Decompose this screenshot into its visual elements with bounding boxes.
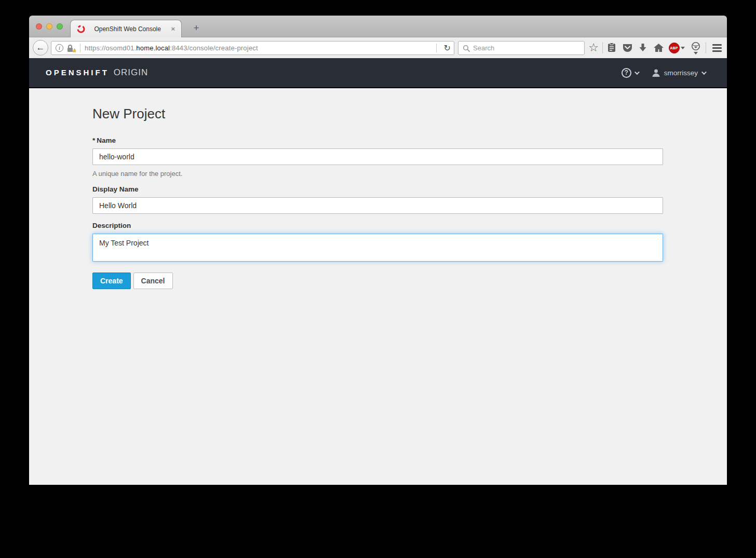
user-menu[interactable]: smorrissey xyxy=(652,69,705,77)
close-window-button[interactable] xyxy=(36,23,42,30)
cancel-button[interactable]: Cancel xyxy=(133,273,173,289)
home-icon[interactable] xyxy=(651,37,666,58)
user-icon xyxy=(652,69,660,77)
display-name-form-group: Display Name xyxy=(92,185,663,214)
adblock-plus-icon[interactable]: ABP xyxy=(666,37,687,58)
brand-logo: OPENSHIFT ORIGIN xyxy=(46,67,148,78)
form-actions: Create Cancel xyxy=(92,273,663,289)
toolbar-separator xyxy=(602,42,603,53)
required-marker: * xyxy=(92,137,95,144)
url-bar[interactable]: i https://osomd01.home.local:8443/consol… xyxy=(51,41,454,55)
create-button[interactable]: Create xyxy=(92,273,131,289)
brand-origin: ORIGIN xyxy=(114,67,148,78)
app-header: OPENSHIFT ORIGIN ? smorrissey xyxy=(29,58,727,88)
description-label: Description xyxy=(92,222,663,229)
page-body: New Project *Name A unique name for the … xyxy=(29,88,727,485)
user-chevron-icon xyxy=(701,70,707,75)
abp-caret-icon xyxy=(681,47,685,49)
name-label: *Name xyxy=(92,137,663,144)
name-help-text: A unique name for the project. xyxy=(92,170,663,178)
url-suffix: :8443/console/create-project xyxy=(170,44,258,52)
search-box[interactable] xyxy=(458,41,585,55)
toolbar-icons: ☆ xyxy=(586,37,727,58)
display-name-input[interactable] xyxy=(92,197,663,214)
display-name-label: Display Name xyxy=(92,185,663,193)
urlbar-divider xyxy=(80,44,80,52)
username: smorrissey xyxy=(664,69,698,77)
back-button[interactable]: ← xyxy=(33,40,48,56)
help-icon: ? xyxy=(622,68,631,78)
openshift-logo-icon xyxy=(77,25,85,33)
menu-hamburger-icon[interactable] xyxy=(707,37,727,58)
brand-openshift: OPENSHIFT xyxy=(46,68,109,77)
page-title: New Project xyxy=(92,106,663,122)
search-icon xyxy=(463,45,470,52)
url-domain: home.local xyxy=(136,44,170,52)
new-tab-button[interactable]: + xyxy=(189,21,204,35)
page-info-icon[interactable]: i xyxy=(56,44,63,52)
browser-window: OpenShift Web Console × + ← i https://os… xyxy=(29,16,727,516)
header-right: ? smorrissey xyxy=(622,68,705,78)
tab-title: OpenShift Web Console xyxy=(85,25,170,33)
insecure-lock-icon[interactable] xyxy=(66,44,76,52)
tab-openshift-web-console[interactable]: OpenShift Web Console × xyxy=(70,20,182,37)
search-input[interactable] xyxy=(473,44,580,52)
abp-badge: ABP xyxy=(669,43,680,53)
proxy-caret-icon xyxy=(694,52,698,55)
minimize-window-button[interactable] xyxy=(46,23,52,30)
reading-list-icon[interactable] xyxy=(604,37,619,58)
tab-close-icon[interactable]: × xyxy=(170,24,176,33)
reload-icon[interactable]: ↻ xyxy=(444,43,451,53)
toolbar-separator-2 xyxy=(706,42,706,53)
help-chevron-icon xyxy=(634,70,640,75)
navigation-toolbar: ← i https://osomd01.home.local:8443/cons… xyxy=(29,37,727,58)
download-icon[interactable] xyxy=(635,37,651,58)
window-controls xyxy=(36,23,63,30)
proxy-globe-icon[interactable] xyxy=(687,37,705,58)
urlbar-divider-right xyxy=(436,44,437,52)
bookmark-star-icon[interactable]: ☆ xyxy=(586,37,601,58)
name-form-group: *Name A unique name for the project. xyxy=(92,137,663,178)
pocket-icon[interactable] xyxy=(619,37,635,58)
help-menu[interactable]: ? xyxy=(622,68,638,78)
zoom-window-button[interactable] xyxy=(57,23,63,30)
url-text[interactable]: https://osomd01.home.local:8443/console/… xyxy=(85,44,432,52)
url-prefix: https://osomd01. xyxy=(85,44,136,52)
new-project-form: New Project *Name A unique name for the … xyxy=(92,106,663,289)
tab-bar: OpenShift Web Console × + xyxy=(29,16,727,37)
description-textarea[interactable]: My Test Project xyxy=(92,234,663,262)
name-input[interactable] xyxy=(92,148,663,165)
description-form-group: Description My Test Project xyxy=(92,222,663,264)
